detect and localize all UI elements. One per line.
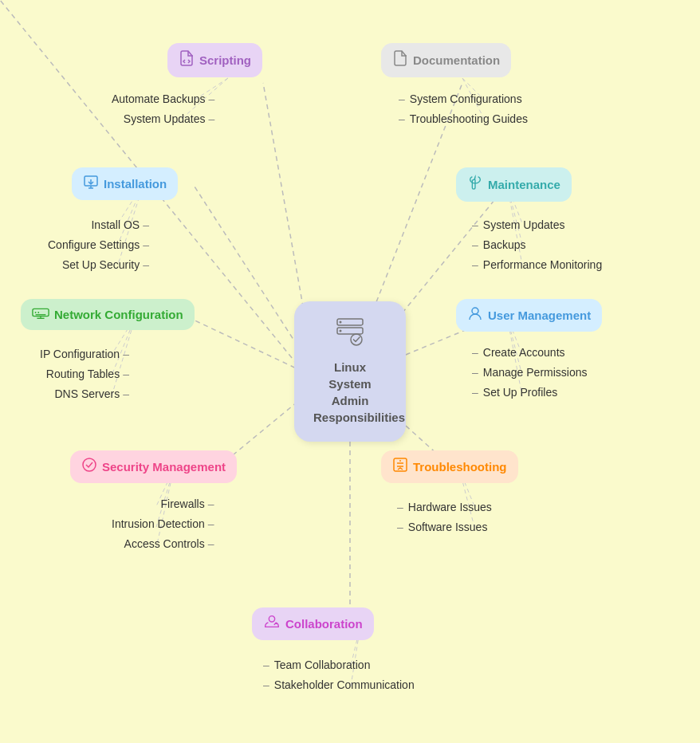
list-item: Backups <box>472 235 602 255</box>
maintenance-icon <box>467 174 483 195</box>
list-item: Firewalls <box>112 494 216 514</box>
list-item: Intrusion Detection <box>112 514 216 534</box>
leaves-maintenance: System Updates Backups Performance Monit… <box>472 215 602 276</box>
documentation-icon <box>392 49 408 71</box>
list-item: Set Up Security <box>48 255 151 275</box>
svg-line-2 <box>195 187 307 360</box>
svg-point-49 <box>83 458 96 471</box>
leaves-security: Firewalls Intrusion Detection Access Con… <box>112 494 216 555</box>
list-item: IP Configuration <box>40 344 131 364</box>
troubleshooting-icon <box>392 457 408 477</box>
list-item: Manage Permissions <box>472 363 588 383</box>
branch-installation: Installation <box>72 167 178 200</box>
maintenance-label: Maintenance <box>488 178 560 191</box>
svg-point-48 <box>472 308 478 314</box>
list-item: Configure Settings <box>48 235 151 255</box>
security-icon <box>81 457 97 477</box>
center-node: Linux System Admin Responsibilities <box>294 301 406 442</box>
network-icon <box>32 305 49 324</box>
svg-point-35 <box>340 320 342 323</box>
usermgmt-label: User Management <box>488 309 591 322</box>
scripting-label: Scripting <box>199 53 251 67</box>
installation-label: Installation <box>104 177 167 191</box>
leaves-usermgmt: Create Accounts Manage Permissions Set U… <box>472 343 588 403</box>
svg-point-36 <box>340 329 342 332</box>
leaves-collaboration: Team Collaboration Stakeholder Communica… <box>263 655 415 695</box>
list-item: Performance Monitoring <box>472 255 602 275</box>
branch-scripting: Scripting <box>167 43 262 77</box>
list-item: System Updates <box>472 215 602 235</box>
branch-collaboration: Collaboration <box>252 607 374 640</box>
list-item: Set Up Profiles <box>472 383 588 403</box>
list-item: Hardware Issues <box>397 497 492 517</box>
list-item: Troubleshooting Guides <box>399 109 528 129</box>
branch-troubleshooting: Troubleshooting <box>381 450 518 483</box>
list-item: Stakeholder Communication <box>263 675 415 695</box>
svg-point-37 <box>351 334 362 345</box>
security-label: Security Management <box>102 460 226 474</box>
leaves-network: IP Configuration Routing Tables DNS Serv… <box>40 344 131 405</box>
leaves-scripting: Automate Backups System Updates <box>112 89 216 129</box>
list-item: DNS Servers <box>40 384 131 404</box>
center-label: Linux System Admin Responsibilities <box>313 360 405 424</box>
leaves-troubleshooting: Hardware Issues Software Issues <box>397 497 492 537</box>
svg-line-5 <box>190 318 303 372</box>
svg-point-54 <box>269 616 274 622</box>
network-label: Network Configuration <box>54 308 183 321</box>
list-item: Routing Tables <box>40 364 131 384</box>
mind-map: Linux System Admin Responsibilities Scri… <box>0 0 700 743</box>
scripting-icon <box>179 49 195 71</box>
branch-security: Security Management <box>70 450 237 483</box>
leaves-documentation: System Configurations Troubleshooting Gu… <box>399 89 528 129</box>
list-item: Install OS <box>48 215 151 235</box>
collaboration-label: Collaboration <box>285 617 363 631</box>
installation-icon <box>83 174 99 194</box>
list-item: Create Accounts <box>472 343 588 363</box>
usermgmt-icon <box>467 305 483 325</box>
list-item: System Updates <box>112 109 216 129</box>
branch-usermgmt: User Management <box>456 299 602 332</box>
branch-network: Network Configuration <box>21 299 195 330</box>
branch-maintenance: Maintenance <box>456 167 572 202</box>
branch-documentation: Documentation <box>381 43 511 77</box>
troubleshooting-label: Troubleshooting <box>413 460 507 474</box>
leaves-installation: Install OS Configure Settings Set Up Sec… <box>48 215 151 276</box>
list-item: Software Issues <box>397 517 492 537</box>
documentation-label: Documentation <box>413 53 500 67</box>
list-item: Automate Backups <box>112 89 216 109</box>
center-icon <box>313 317 387 354</box>
list-item: Access Controls <box>112 534 216 554</box>
collaboration-icon <box>263 614 281 634</box>
list-item: System Configurations <box>399 89 528 109</box>
list-item: Team Collaboration <box>263 655 415 675</box>
